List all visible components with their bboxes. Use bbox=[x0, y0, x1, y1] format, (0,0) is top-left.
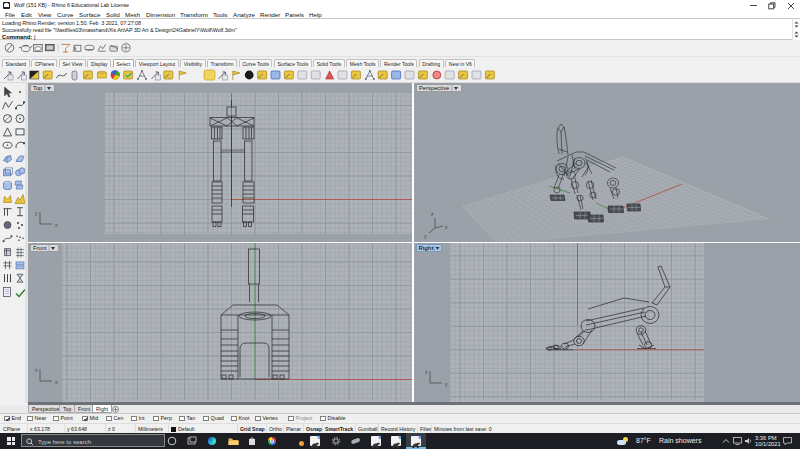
svg-text:z: z bbox=[431, 211, 434, 217]
svg-text:y: y bbox=[424, 233, 427, 239]
svg-text:y: y bbox=[445, 381, 448, 387]
svg-text:z: z bbox=[35, 367, 38, 373]
svg-text:z: z bbox=[425, 369, 428, 375]
svg-text:x: x bbox=[55, 379, 58, 385]
svg-text:x: x bbox=[445, 224, 448, 230]
svg-text:x: x bbox=[55, 222, 58, 228]
svg-text:y: y bbox=[35, 210, 38, 216]
